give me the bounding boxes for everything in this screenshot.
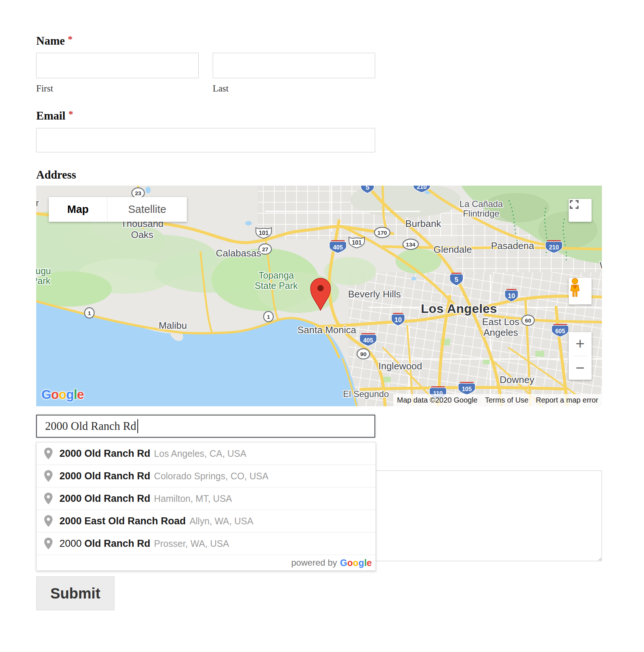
svg-text:5: 5 — [366, 186, 369, 191]
svg-text:10: 10 — [394, 316, 402, 324]
suggestion-secondary-text: Hamilton, MT, USA — [154, 493, 232, 504]
map-label: W — [600, 260, 602, 271]
google-map[interactable]: 2310127405101170134210521051060605101140… — [36, 186, 602, 406]
google-logo-letter: o — [51, 387, 58, 401]
svg-text:605: 605 — [555, 328, 565, 334]
autocomplete-footer: powered by Google — [37, 555, 376, 570]
contact-form-page: Name* First Last Email* Address — [0, 0, 644, 652]
email-input[interactable] — [36, 128, 375, 152]
google-logo-letter: g — [359, 558, 364, 568]
svg-text:170: 170 — [377, 230, 387, 236]
route-shield-icon: 170 — [374, 227, 390, 238]
last-sublabel: Last — [213, 83, 229, 94]
report-map-error-link[interactable]: Report a map error — [532, 394, 602, 406]
email-label: Email* — [36, 109, 73, 123]
google-logo-letter: o — [353, 558, 359, 568]
map-label: Flintridge — [463, 208, 500, 218]
suggestion-secondary-text: Colorado Springs, CO, USA — [154, 471, 268, 481]
terms-of-use-link[interactable]: Terms of Use — [481, 394, 532, 406]
google-logo-letter: G — [41, 387, 51, 401]
address-input[interactable]: 2000 Old Ranch Rd — [36, 415, 375, 438]
svg-text:405: 405 — [333, 244, 343, 251]
map-pin-icon — [44, 493, 53, 504]
google-logo-letter: o — [59, 387, 66, 401]
google-logo-letter: o — [347, 558, 353, 568]
map-label: int Mugu — [36, 266, 51, 276]
map-pin-icon — [44, 470, 53, 482]
map-label: East Los — [482, 316, 519, 327]
map-label: Malibu — [159, 320, 187, 331]
map-label: Downey — [500, 374, 534, 385]
zoom-control: + − — [569, 332, 592, 380]
autocomplete-item[interactable]: 2000 Old Ranch RdColorado Springs, CO, U… — [37, 465, 376, 487]
autocomplete-list: 2000 Old Ranch RdLos Angeles, CA, USA200… — [37, 442, 376, 555]
route-shield-icon: 23 — [132, 188, 144, 198]
map-label: Pasadena — [491, 240, 534, 251]
map-type-control: Map Satellite — [49, 197, 187, 222]
email-label-text: Email — [36, 109, 65, 122]
fullscreen-button[interactable] — [569, 199, 592, 222]
zoom-in-button[interactable]: + — [569, 332, 592, 356]
google-logo-letter: G — [340, 558, 347, 568]
svg-text:105: 105 — [462, 386, 472, 392]
map-label: Angeles — [483, 327, 518, 338]
google-logo: Google — [340, 558, 372, 568]
suggestion-main-text: 2000 Old Ranch Rd — [59, 470, 150, 482]
autocomplete-item[interactable]: 2000 Old Ranch RdProsser, WA, USA — [37, 532, 376, 555]
svg-text:101: 101 — [259, 230, 269, 236]
autocomplete-item[interactable]: 2000 Old Ranch RdHamilton, MT, USA — [37, 487, 376, 510]
map-pin-icon — [44, 448, 53, 459]
street-view-pegman-button[interactable] — [569, 278, 592, 304]
powered-by-text: powered by — [291, 558, 337, 568]
autocomplete-dropdown: 2000 Old Ranch RdLos Angeles, CA, USA200… — [36, 442, 376, 571]
map-label: Beverly Hills — [348, 289, 401, 300]
svg-text:23: 23 — [135, 190, 141, 196]
map-label: El Segundo — [343, 389, 389, 399]
suggestion-main-text: 2000 Old Ranch Rd — [59, 493, 150, 504]
suggestion-main-text: 2000 Old Ranch Rd — [59, 448, 150, 459]
route-shield-icon: 90 — [357, 349, 370, 359]
map-label: La Cañada — [459, 199, 503, 209]
suggestion-secondary-text: Allyn, WA, USA — [189, 516, 253, 526]
map-label: Glendale — [434, 244, 472, 255]
map-label: State Park — [255, 280, 298, 291]
map-attribution: Map data ©2020 Google Terms of Use Repor… — [393, 394, 602, 406]
svg-text:1: 1 — [267, 314, 270, 320]
map-label: Calabasas — [216, 248, 261, 259]
map-type-map-button[interactable]: Map — [49, 197, 107, 222]
zoom-out-button[interactable]: − — [569, 356, 592, 380]
svg-text:60: 60 — [525, 317, 531, 324]
name-label: Name* — [36, 34, 72, 48]
google-logo-letter: e — [367, 558, 372, 568]
suggestion-main-text: 2000 East Old Ranch Road — [59, 515, 186, 527]
submit-button[interactable]: Submit — [36, 576, 114, 610]
suggestion-prefix: 2000 — [59, 538, 85, 549]
map-type-satellite-button[interactable]: Satellite — [107, 197, 187, 222]
first-name-input[interactable] — [36, 53, 199, 78]
autocomplete-item[interactable]: 2000 Old Ranch RdLos Angeles, CA, USA — [37, 442, 376, 465]
text-caret — [137, 419, 138, 433]
svg-text:210: 210 — [417, 186, 427, 190]
map-label: Topanga — [258, 270, 294, 280]
map-label: ate Park — [36, 276, 51, 286]
pegman-icon — [569, 278, 581, 297]
svg-text:134: 134 — [406, 241, 415, 248]
required-asterisk: * — [68, 109, 73, 120]
svg-text:5: 5 — [455, 276, 458, 283]
autocomplete-item[interactable]: 2000 East Old Ranch RoadAllyn, WA, USA — [37, 510, 376, 532]
svg-text:90: 90 — [360, 351, 366, 357]
map-label: Oaks — [131, 229, 154, 240]
first-sublabel: First — [36, 83, 53, 94]
address-label: Address — [36, 168, 76, 182]
last-name-input[interactable] — [213, 53, 375, 78]
map-pin-icon — [44, 515, 53, 527]
required-asterisk: * — [68, 34, 72, 45]
suggestion-secondary-text: Prosser, WA, USA — [154, 538, 229, 549]
google-logo-letter: e — [77, 387, 83, 401]
map-label: Los Angeles — [421, 301, 497, 315]
route-shield-icon: 134 — [403, 239, 418, 249]
suggestion-main-text: Old Ranch Rd — [85, 538, 151, 549]
svg-text:101: 101 — [352, 239, 362, 246]
name-label-text: Name — [36, 34, 65, 47]
svg-text:10: 10 — [508, 292, 515, 300]
